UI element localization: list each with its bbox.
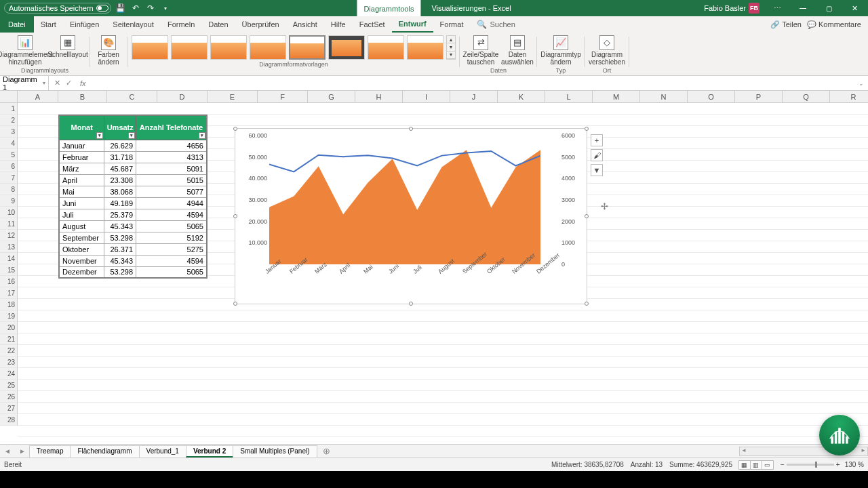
table-cell[interactable]: 4944: [136, 197, 207, 209]
table-cell[interactable]: September: [59, 232, 104, 243]
row-header[interactable]: 22: [0, 345, 18, 357]
row-header[interactable]: 12: [0, 230, 18, 241]
sheet-tab[interactable]: Verbund_1: [139, 445, 186, 458]
row-header[interactable]: 20: [0, 322, 18, 333]
column-header[interactable]: R: [830, 91, 868, 103]
close-button[interactable]: ✕: [842, 0, 867, 16]
column-header[interactable]: I: [403, 91, 450, 103]
table-cell[interactable]: Mai: [59, 186, 104, 197]
style-1[interactable]: [132, 35, 168, 60]
embedded-chart[interactable]: 10.00020.00030.00040.00050.00060.000 010…: [235, 128, 587, 304]
redo-icon[interactable]: ↷: [145, 3, 156, 14]
table-cell[interactable]: 53.298: [104, 266, 136, 278]
table-row[interactable]: August45.3435065: [59, 220, 207, 232]
table-cell[interactable]: 25.379: [104, 209, 136, 220]
tab-einfügen[interactable]: Einfügen: [63, 16, 106, 33]
row-header[interactable]: 6: [0, 161, 18, 172]
tab-formeln[interactable]: Formeln: [161, 16, 201, 33]
normal-view-button[interactable]: ▦: [738, 460, 751, 470]
table-cell[interactable]: 5065: [136, 220, 207, 232]
qat-dropdown-icon[interactable]: ▾: [160, 3, 171, 14]
row-header[interactable]: 26: [0, 391, 18, 403]
table-cell[interactable]: 31.718: [104, 151, 136, 163]
zoom-in-button[interactable]: +: [836, 461, 840, 468]
table-cell[interactable]: 26.371: [104, 243, 136, 255]
row-header[interactable]: 15: [0, 264, 18, 276]
table-cell[interactable]: Januar: [59, 140, 104, 151]
style-8[interactable]: [407, 35, 443, 60]
tab-format[interactable]: Format: [433, 16, 471, 33]
expand-formula-icon[interactable]: ⌄: [859, 80, 868, 87]
column-header[interactable]: H: [355, 91, 403, 103]
tab-überprüfen[interactable]: Überprüfen: [235, 16, 286, 33]
user-account[interactable]: Fabio Basler FB: [704, 3, 764, 14]
file-tab[interactable]: Datei: [0, 16, 34, 33]
column-header[interactable]: K: [498, 91, 545, 103]
table-cell[interactable]: 5077: [136, 186, 207, 197]
tab-ansicht[interactable]: Ansicht: [286, 16, 324, 33]
table-header[interactable]: Umsatz▾: [104, 115, 136, 140]
tab-daten[interactable]: Daten: [201, 16, 235, 33]
enter-formula-icon[interactable]: ✓: [66, 79, 72, 87]
table-cell[interactable]: Juli: [59, 209, 104, 220]
change-colors-button[interactable]: 🎨 Farben ändern: [92, 34, 125, 74]
row-header[interactable]: 9: [0, 195, 18, 207]
add-chart-element-button[interactable]: 📊 Diagrammelement hinzufügen: [3, 34, 47, 67]
row-header[interactable]: 3: [0, 126, 18, 138]
table-cell[interactable]: April: [59, 174, 104, 186]
row-header[interactable]: 7: [0, 172, 18, 184]
chart-styles-button[interactable]: 🖌: [591, 149, 603, 161]
sheet-tab[interactable]: Small Multiples (Panel): [233, 445, 317, 458]
column-header[interactable]: D: [157, 91, 208, 103]
table-cell[interactable]: 4594: [136, 209, 207, 220]
table-cell[interactable]: 45.687: [104, 163, 136, 174]
chart-styles-gallery[interactable]: ▴▾▾: [130, 34, 457, 61]
table-row[interactable]: Dezember53.2985065: [59, 266, 207, 278]
sheet-tab[interactable]: Treemap: [29, 445, 71, 458]
worksheet-grid[interactable]: ABCDEFGHIJKLMNOPQR 123456789101112131415…: [0, 91, 868, 444]
style-7[interactable]: [368, 35, 404, 60]
table-row[interactable]: März45.6875091: [59, 163, 207, 174]
change-chart-type-button[interactable]: 📈 Diagrammtyp ändern: [540, 34, 582, 67]
column-header[interactable]: Q: [783, 91, 830, 103]
quick-layout-button[interactable]: ▦ Schnelllayout: [49, 34, 87, 67]
column-header[interactable]: P: [735, 91, 783, 103]
table-header[interactable]: Monat▾: [59, 115, 104, 140]
name-box[interactable]: Diagramm 1▾: [0, 76, 49, 90]
switch-row-col-button[interactable]: ⇄ Zeile/Spalte tauschen: [462, 34, 499, 67]
row-header[interactable]: 27: [0, 403, 18, 414]
table-cell[interactable]: 53.298: [104, 232, 136, 243]
cancel-formula-icon[interactable]: ✕: [54, 79, 60, 87]
table-row[interactable]: Juli25.3794594: [59, 209, 207, 220]
style-2[interactable]: [171, 35, 208, 60]
row-header[interactable]: 25: [0, 380, 18, 391]
row-header[interactable]: 16: [0, 276, 18, 287]
row-header[interactable]: 28: [0, 414, 18, 426]
add-sheet-button[interactable]: ⊕: [317, 446, 336, 456]
table-cell[interactable]: 5091: [136, 163, 207, 174]
table-cell[interactable]: 5275: [136, 243, 207, 255]
select-all-corner[interactable]: [0, 91, 18, 103]
table-cell[interactable]: 38.068: [104, 186, 136, 197]
table-cell[interactable]: August: [59, 220, 104, 232]
table-cell[interactable]: 4594: [136, 255, 207, 266]
column-header[interactable]: A: [18, 91, 58, 103]
table-row[interactable]: September53.2985192: [59, 232, 207, 243]
style-6[interactable]: [328, 35, 365, 60]
row-header[interactable]: 17: [0, 287, 18, 299]
table-cell[interactable]: Februar: [59, 151, 104, 163]
undo-icon[interactable]: ↶: [130, 3, 141, 14]
select-data-button[interactable]: ▤ Daten auswählen: [500, 34, 534, 67]
column-header[interactable]: B: [58, 91, 107, 103]
page-layout-view-button[interactable]: ▥: [750, 460, 762, 470]
maximize-button[interactable]: ▢: [816, 0, 841, 16]
share-button[interactable]: 🔗 Teilen: [770, 20, 802, 29]
table-cell[interactable]: 5065: [136, 266, 207, 278]
table-cell[interactable]: Oktober: [59, 243, 104, 255]
fx-icon[interactable]: fx: [77, 79, 86, 87]
column-header[interactable]: N: [640, 91, 688, 103]
column-header[interactable]: L: [545, 91, 593, 103]
styles-more-button[interactable]: ▴▾▾: [446, 35, 456, 60]
column-header[interactable]: M: [593, 91, 640, 103]
table-cell[interactable]: März: [59, 163, 104, 174]
